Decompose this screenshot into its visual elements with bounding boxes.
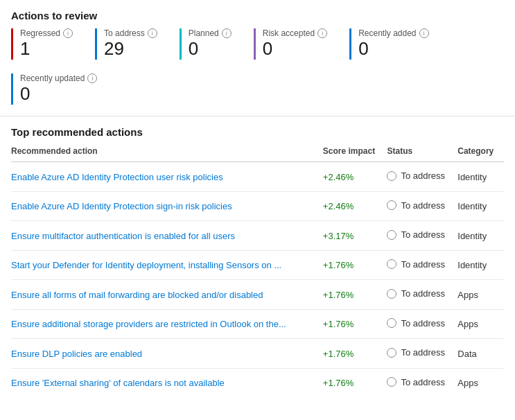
second-stat-row: Recently updated i 0	[0, 68, 515, 113]
col-header-category: Category	[457, 142, 504, 162]
score-6: +1.76%	[323, 339, 387, 369]
table-row: Ensure all forms of mail forwarding are …	[11, 280, 504, 310]
status-7[interactable]: To address	[387, 368, 457, 397]
action-name-6[interactable]: Ensure DLP policies are enabled	[11, 339, 323, 369]
score-4: +1.76%	[323, 280, 387, 310]
score-7: +1.76%	[323, 368, 387, 397]
table-header-row: Recommended actionScore impactStatusCate…	[11, 142, 504, 162]
status-circle-icon-7	[387, 377, 396, 387]
status-circle-icon-3	[387, 259, 396, 269]
action-name-1[interactable]: Enable Azure AD Identity Protection sign…	[11, 191, 323, 221]
stat-label-recently-updated: Recently updated i	[20, 73, 97, 83]
score-5: +1.76%	[323, 309, 387, 339]
status-4[interactable]: To address	[387, 280, 457, 310]
stat-value-recently-added: 0	[358, 38, 428, 60]
score-2: +3.17%	[323, 221, 387, 251]
stat-value-planned: 0	[189, 38, 232, 60]
status-circle-icon-2	[387, 230, 396, 240]
info-icon-regressed[interactable]: i	[63, 28, 73, 38]
stat-label-planned: Planned i	[189, 28, 232, 38]
stat-to-address: To address i 29	[95, 28, 174, 60]
category-6: Data	[457, 339, 504, 369]
stat-label-risk-accepted: Risk accepted i	[263, 28, 327, 38]
section-title: Actions to review	[0, 0, 515, 28]
status-circle-icon-1	[387, 200, 396, 210]
status-circle-5: To address	[387, 318, 445, 329]
recommendations-table: Recommended actionScore impactStatusCate…	[11, 142, 504, 397]
info-icon-planned[interactable]: i	[222, 28, 232, 38]
stat-value-to-address: 29	[104, 38, 157, 60]
status-circle-2: To address	[387, 229, 445, 240]
status-circle-icon-4	[387, 289, 396, 299]
table-container: Recommended actionScore impactStatusCate…	[0, 142, 515, 397]
table-row: Ensure DLP policies are enabled+1.76%To …	[11, 339, 504, 369]
col-header-score: Score impact	[323, 142, 387, 162]
stat-risk-accepted: Risk accepted i 0	[254, 28, 344, 60]
status-3[interactable]: To address	[387, 250, 457, 280]
action-name-5[interactable]: Ensure additional storage providers are …	[11, 309, 323, 339]
category-4: Apps	[457, 280, 504, 310]
stat-planned: Planned i 0	[180, 28, 248, 60]
action-name-4[interactable]: Ensure all forms of mail forwarding are …	[11, 280, 323, 310]
stat-label-to-address: To address i	[104, 28, 157, 38]
action-name-2[interactable]: Ensure multifactor authentication is ena…	[11, 221, 323, 251]
stat-value-risk-accepted: 0	[263, 38, 327, 60]
status-circle-6: To address	[387, 347, 445, 358]
status-circle-4: To address	[387, 288, 445, 299]
status-0[interactable]: To address	[387, 162, 457, 192]
status-6[interactable]: To address	[387, 339, 457, 369]
status-circle-icon-6	[387, 348, 396, 358]
info-icon-to-address[interactable]: i	[148, 28, 157, 38]
score-3: +1.76%	[323, 250, 387, 280]
info-icon-recently-added[interactable]: i	[419, 28, 429, 38]
table-row: Enable Azure AD Identity Protection user…	[11, 162, 504, 192]
col-header-status: Status	[387, 142, 457, 162]
stat-value-recently-updated: 0	[20, 83, 97, 105]
status-2[interactable]: To address	[387, 221, 457, 251]
score-0: +2.46%	[323, 162, 387, 192]
action-name-7[interactable]: Ensure 'External sharing' of calendars i…	[11, 368, 323, 397]
status-circle-3: To address	[387, 259, 445, 270]
stat-regressed: Regressed i 1	[11, 28, 89, 60]
action-name-0[interactable]: Enable Azure AD Identity Protection user…	[11, 162, 323, 192]
status-circle-0: To address	[387, 170, 445, 181]
table-row: Ensure 'External sharing' of calendars i…	[11, 368, 504, 397]
score-1: +2.46%	[323, 191, 387, 221]
status-circle-7: To address	[387, 377, 445, 387]
col-header-action: Recommended action	[11, 142, 323, 162]
status-circle-icon-5	[387, 318, 396, 328]
status-circle-1: To address	[387, 200, 445, 211]
status-circle-icon-0	[387, 171, 396, 181]
status-5[interactable]: To address	[387, 309, 457, 339]
category-0: Identity	[457, 162, 504, 192]
stat-recently-updated: Recently updated i 0	[11, 73, 114, 105]
category-7: Apps	[457, 368, 504, 397]
category-2: Identity	[457, 221, 504, 251]
table-row: Ensure additional storage providers are …	[11, 309, 504, 339]
info-icon-risk-accepted[interactable]: i	[317, 28, 327, 38]
table-row: Start your Defender for Identity deploym…	[11, 250, 504, 280]
info-icon-recently-updated[interactable]: i	[87, 73, 97, 83]
category-5: Apps	[457, 309, 504, 339]
table-row: Enable Azure AD Identity Protection sign…	[11, 191, 504, 221]
stat-label-recently-added: Recently added i	[358, 28, 428, 38]
status-1[interactable]: To address	[387, 191, 457, 221]
stat-value-regressed: 1	[20, 38, 73, 60]
actions-summary: Regressed i 1 To address i 29 Planned i …	[0, 28, 515, 68]
category-3: Identity	[457, 250, 504, 280]
action-name-3[interactable]: Start your Defender for Identity deploym…	[11, 250, 323, 280]
table-body: Enable Azure AD Identity Protection user…	[11, 162, 504, 398]
stat-label-regressed: Regressed i	[20, 28, 73, 38]
stat-recently-added: Recently added i 0	[349, 28, 445, 60]
category-1: Identity	[457, 191, 504, 221]
table-row: Ensure multifactor authentication is ena…	[11, 221, 504, 251]
top-actions-title: Top recommended actions	[0, 116, 515, 142]
